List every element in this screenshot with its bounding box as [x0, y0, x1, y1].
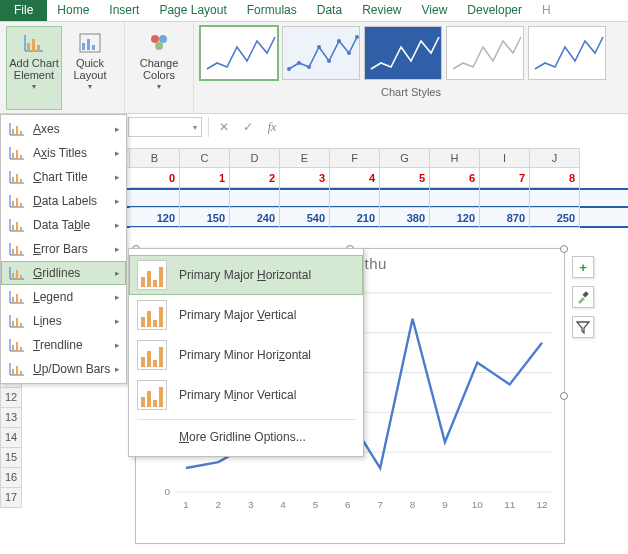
cell[interactable]: 540 — [280, 208, 330, 228]
cell[interactable] — [330, 188, 380, 208]
column-header-D[interactable]: D — [230, 148, 280, 168]
row-header-12[interactable]: 12 — [0, 388, 22, 408]
chart-style-3[interactable] — [364, 26, 442, 80]
cell[interactable]: 1 — [180, 168, 230, 188]
cell[interactable]: 0 — [130, 168, 180, 188]
cell[interactable]: 2 — [230, 168, 280, 188]
svg-rect-29 — [12, 153, 14, 159]
menu-item-gridlines[interactable]: Gridlines▸ — [1, 261, 126, 285]
enter-fx-icon[interactable]: ✓ — [239, 120, 257, 134]
svg-text:12: 12 — [537, 499, 549, 510]
menu-item-icon — [7, 336, 27, 354]
column-header-E[interactable]: E — [280, 148, 330, 168]
chart-styles-brush-button[interactable] — [572, 286, 594, 308]
menu-item-icon — [7, 360, 27, 378]
column-header-H[interactable]: H — [430, 148, 480, 168]
chart-elements-plus-button[interactable]: + — [572, 256, 594, 278]
gridlines-primary-major-vertical[interactable]: Primary Major Vertical — [129, 295, 363, 335]
fx-icon[interactable]: fx — [263, 120, 281, 135]
resize-handle[interactable] — [560, 245, 568, 253]
add-chart-element-label: Add Chart Element — [9, 57, 59, 81]
menu-item-legend[interactable]: Legend▸ — [1, 285, 126, 309]
tab-file[interactable]: File — [0, 0, 47, 21]
cell[interactable] — [230, 188, 280, 208]
cell[interactable]: 3 — [280, 168, 330, 188]
menu-item-data-labels[interactable]: Data Labels▸ — [1, 189, 126, 213]
cell[interactable]: 5 — [380, 168, 430, 188]
cell[interactable]: 8 — [530, 168, 580, 188]
row-header-17[interactable]: 17 — [0, 488, 22, 508]
cell[interactable]: 6 — [430, 168, 480, 188]
column-header-I[interactable]: I — [480, 148, 530, 168]
menu-item-data-table[interactable]: Data Table▸ — [1, 213, 126, 237]
submenu-label: Primary Major Vertical — [179, 308, 296, 322]
tab-view[interactable]: View — [412, 0, 458, 21]
resize-handle[interactable] — [560, 392, 568, 400]
dropdown-icon: ▾ — [88, 82, 92, 91]
menu-item-icon — [7, 288, 27, 306]
cell[interactable]: 7 — [480, 168, 530, 188]
row-header-13[interactable]: 13 — [0, 408, 22, 428]
svg-rect-101 — [582, 291, 588, 297]
menu-item-trendline[interactable]: Trendline▸ — [1, 333, 126, 357]
cell[interactable]: 240 — [230, 208, 280, 228]
cell[interactable] — [280, 188, 330, 208]
menu-item-label: Lines — [33, 314, 62, 328]
column-header-C[interactable]: C — [180, 148, 230, 168]
column-header-G[interactable]: G — [380, 148, 430, 168]
cell[interactable]: 120 — [130, 208, 180, 228]
cell[interactable] — [380, 188, 430, 208]
chart-style-5[interactable] — [528, 26, 606, 80]
cancel-fx-icon[interactable]: ✕ — [215, 120, 233, 134]
gridlines-primary-major-horizontal[interactable]: Primary Major Horizontal — [129, 255, 363, 295]
menu-item-axes[interactable]: Axes▸ — [1, 117, 126, 141]
column-header-J[interactable]: J — [530, 148, 580, 168]
tab-insert[interactable]: Insert — [99, 0, 149, 21]
cell[interactable]: 150 — [180, 208, 230, 228]
row-header-14[interactable]: 14 — [0, 428, 22, 448]
cell[interactable] — [430, 188, 480, 208]
chart-filter-button[interactable] — [572, 316, 594, 338]
tab-formulas[interactable]: Formulas — [237, 0, 307, 21]
cell[interactable] — [180, 188, 230, 208]
svg-rect-51 — [20, 251, 22, 255]
menu-item-error-bars[interactable]: Error Bars▸ — [1, 237, 126, 261]
cell[interactable] — [480, 188, 530, 208]
cell[interactable]: 380 — [380, 208, 430, 228]
ribbon-tabs: File Home Insert Page Layout Formulas Da… — [0, 0, 628, 22]
svg-rect-71 — [20, 347, 22, 351]
tab-home[interactable]: Home — [47, 0, 99, 21]
tab-data[interactable]: Data — [307, 0, 352, 21]
cell[interactable] — [130, 188, 180, 208]
chart-style-2[interactable] — [282, 26, 360, 80]
gridlines-primary-minor-vertical[interactable]: Primary Minor Vertical — [129, 375, 363, 415]
tab-developer[interactable]: Developer — [457, 0, 532, 21]
more-gridline-options[interactable]: More Gridline Options... — [129, 424, 363, 450]
cell[interactable]: 870 — [480, 208, 530, 228]
tab-truncated[interactable]: H — [532, 0, 561, 21]
tab-page-layout[interactable]: Page Layout — [149, 0, 236, 21]
column-header-B[interactable]: B — [130, 148, 180, 168]
row-header-16[interactable]: 16 — [0, 468, 22, 488]
cell[interactable]: 4 — [330, 168, 380, 188]
add-chart-element-button[interactable]: Add Chart Element ▾ — [6, 26, 62, 110]
cell[interactable]: 120 — [430, 208, 480, 228]
menu-item-axis-titles[interactable]: Axis Titles▸ — [1, 141, 126, 165]
menu-item-up-down-bars[interactable]: Up/Down Bars▸ — [1, 357, 126, 381]
name-box[interactable]: ▾ — [128, 117, 202, 137]
cell[interactable]: 250 — [530, 208, 580, 228]
chart-style-1[interactable] — [200, 26, 278, 80]
svg-rect-35 — [16, 174, 18, 183]
chart-style-4[interactable] — [446, 26, 524, 80]
cell[interactable]: 210 — [330, 208, 380, 228]
menu-item-lines[interactable]: Lines▸ — [1, 309, 126, 333]
menu-item-chart-title[interactable]: Chart Title▸ — [1, 165, 126, 189]
gridlines-primary-minor-horizontal[interactable]: Primary Minor Horizontal — [129, 335, 363, 375]
row-header-15[interactable]: 15 — [0, 448, 22, 468]
quick-layout-icon — [78, 31, 102, 55]
quick-layout-button[interactable]: Quick Layout ▾ — [62, 26, 118, 110]
change-colors-button[interactable]: Change Colors ▾ — [131, 26, 187, 110]
tab-review[interactable]: Review — [352, 0, 411, 21]
cell[interactable] — [530, 188, 580, 208]
column-header-F[interactable]: F — [330, 148, 380, 168]
